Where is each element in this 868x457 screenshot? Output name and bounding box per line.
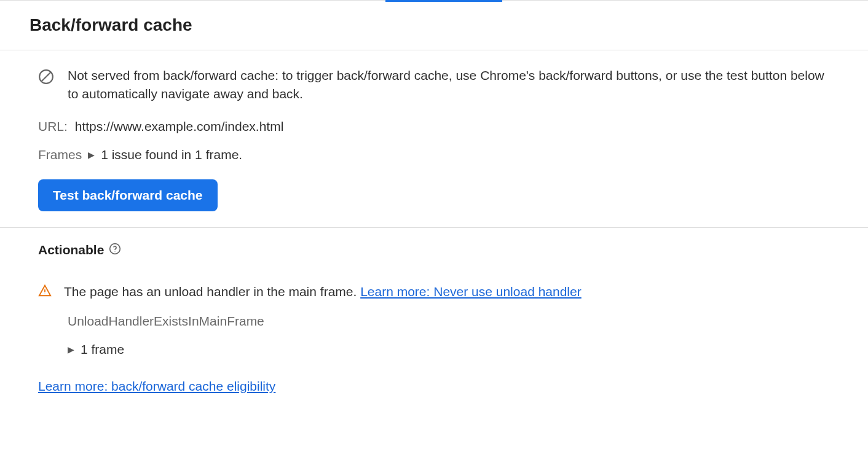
issue-frame-row[interactable]: ▶ 1 frame: [68, 342, 830, 357]
url-label: URL:: [38, 119, 68, 133]
issue-frame-summary: 1 frame: [81, 342, 124, 357]
expand-triangle-icon[interactable]: ▶: [68, 345, 74, 354]
issue-message: The page has an unload handler in the ma…: [64, 284, 582, 299]
test-bfcache-button[interactable]: Test back/forward cache: [38, 179, 218, 211]
expand-triangle-icon[interactable]: ▶: [88, 150, 95, 159]
issue-reason-code: UnloadHandlerExistsInMainFrame: [68, 314, 830, 329]
actionable-heading: Actionable: [38, 243, 830, 258]
info-message: Not served from back/forward cache: to t…: [68, 66, 830, 103]
svg-line-1: [41, 72, 50, 81]
issue-learn-more-link[interactable]: Learn more: Never use unload handler: [360, 284, 582, 299]
url-value: https://www.example.com/index.html: [75, 119, 284, 133]
active-tab-indicator: [385, 0, 502, 2]
url-row: URL: https://www.example.com/index.html: [38, 119, 830, 134]
frames-row[interactable]: Frames ▶ 1 issue found in 1 frame.: [38, 147, 830, 162]
svg-point-3: [115, 251, 116, 251]
frames-summary: 1 issue found in 1 frame.: [101, 147, 242, 162]
info-row: Not served from back/forward cache: to t…: [38, 66, 830, 103]
footer-link-row: Learn more: back/forward cache eligibili…: [38, 379, 830, 394]
bfcache-panel: Back/forward cache Not served from back/…: [0, 0, 868, 408]
main-section: Not served from back/forward cache: to t…: [0, 50, 868, 228]
bfcache-eligibility-link[interactable]: Learn more: back/forward cache eligibili…: [38, 379, 275, 393]
svg-point-5: [44, 294, 45, 294]
issue-text: The page has an unload handler in the ma…: [64, 284, 360, 299]
warning-icon: [38, 284, 52, 300]
title-bar: Back/forward cache: [0, 1, 868, 50]
not-allowed-icon: [38, 69, 54, 88]
help-icon[interactable]: [109, 243, 121, 258]
frames-label: Frames: [38, 147, 82, 162]
issue-row: The page has an unload handler in the ma…: [38, 284, 830, 300]
page-title: Back/forward cache: [30, 15, 838, 35]
actionable-section: Actionable The page has an unload handle…: [0, 228, 868, 408]
actionable-label: Actionable: [38, 243, 104, 257]
